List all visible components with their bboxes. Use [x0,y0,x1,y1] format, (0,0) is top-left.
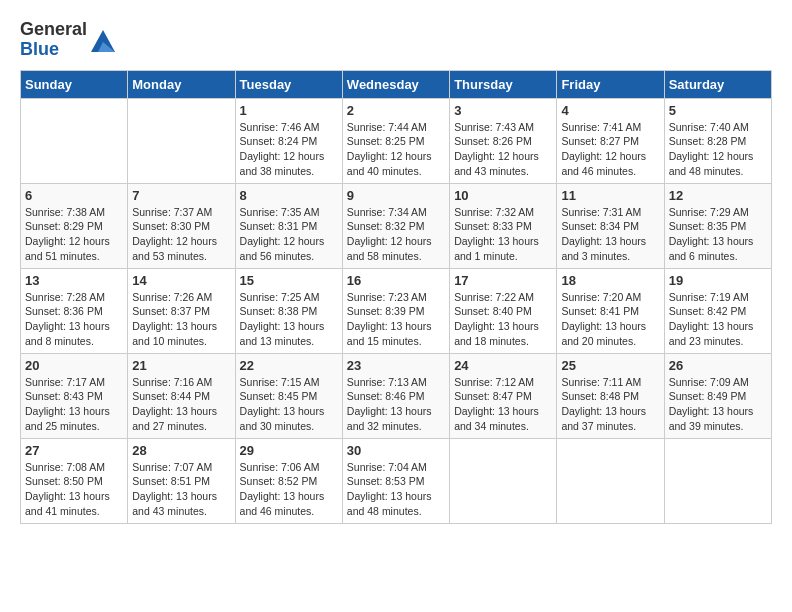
day-header-wednesday: Wednesday [342,70,449,98]
logo-triangle-icon [89,26,117,54]
calendar-cell: 16 Sunrise: 7:23 AM Sunset: 8:39 PM Dayl… [342,268,449,353]
calendar-cell: 24 Sunrise: 7:12 AM Sunset: 8:47 PM Dayl… [450,353,557,438]
sunrise-text: Sunrise: 7:09 AM [669,375,767,390]
sunrise-text: Sunrise: 7:07 AM [132,460,230,475]
calendar-week-row: 1 Sunrise: 7:46 AM Sunset: 8:24 PM Dayli… [21,98,772,183]
sunrise-text: Sunrise: 7:16 AM [132,375,230,390]
calendar-cell: 21 Sunrise: 7:16 AM Sunset: 8:44 PM Dayl… [128,353,235,438]
sunrise-text: Sunrise: 7:12 AM [454,375,552,390]
calendar-week-row: 20 Sunrise: 7:17 AM Sunset: 8:43 PM Dayl… [21,353,772,438]
day-number: 28 [132,443,230,458]
sunset-text: Sunset: 8:30 PM [132,219,230,234]
sunset-text: Sunset: 8:40 PM [454,304,552,319]
sunrise-text: Sunrise: 7:06 AM [240,460,338,475]
sunset-text: Sunset: 8:49 PM [669,389,767,404]
calendar-cell: 26 Sunrise: 7:09 AM Sunset: 8:49 PM Dayl… [664,353,771,438]
calendar-cell: 3 Sunrise: 7:43 AM Sunset: 8:26 PM Dayli… [450,98,557,183]
sunrise-text: Sunrise: 7:17 AM [25,375,123,390]
calendar-cell [450,438,557,523]
daylight-text: Daylight: 12 hours and 38 minutes. [240,149,338,178]
sunset-text: Sunset: 8:53 PM [347,474,445,489]
page-header: General Blue [20,20,772,60]
sunset-text: Sunset: 8:31 PM [240,219,338,234]
calendar-cell: 14 Sunrise: 7:26 AM Sunset: 8:37 PM Dayl… [128,268,235,353]
sunrise-text: Sunrise: 7:34 AM [347,205,445,220]
sunrise-text: Sunrise: 7:46 AM [240,120,338,135]
cell-info: Sunrise: 7:46 AM Sunset: 8:24 PM Dayligh… [240,120,338,179]
sunset-text: Sunset: 8:39 PM [347,304,445,319]
sunset-text: Sunset: 8:36 PM [25,304,123,319]
sunset-text: Sunset: 8:42 PM [669,304,767,319]
day-number: 10 [454,188,552,203]
calendar-cell [21,98,128,183]
daylight-text: Daylight: 13 hours and 41 minutes. [25,489,123,518]
cell-info: Sunrise: 7:08 AM Sunset: 8:50 PM Dayligh… [25,460,123,519]
calendar-cell: 25 Sunrise: 7:11 AM Sunset: 8:48 PM Dayl… [557,353,664,438]
calendar-cell: 9 Sunrise: 7:34 AM Sunset: 8:32 PM Dayli… [342,183,449,268]
calendar-cell: 6 Sunrise: 7:38 AM Sunset: 8:29 PM Dayli… [21,183,128,268]
cell-info: Sunrise: 7:40 AM Sunset: 8:28 PM Dayligh… [669,120,767,179]
sunset-text: Sunset: 8:26 PM [454,134,552,149]
day-number: 5 [669,103,767,118]
sunrise-text: Sunrise: 7:26 AM [132,290,230,305]
sunrise-text: Sunrise: 7:31 AM [561,205,659,220]
logo-blue-text: Blue [20,39,59,59]
calendar-cell: 22 Sunrise: 7:15 AM Sunset: 8:45 PM Dayl… [235,353,342,438]
daylight-text: Daylight: 12 hours and 43 minutes. [454,149,552,178]
day-number: 17 [454,273,552,288]
cell-info: Sunrise: 7:15 AM Sunset: 8:45 PM Dayligh… [240,375,338,434]
daylight-text: Daylight: 13 hours and 23 minutes. [669,319,767,348]
daylight-text: Daylight: 13 hours and 32 minutes. [347,404,445,433]
cell-info: Sunrise: 7:29 AM Sunset: 8:35 PM Dayligh… [669,205,767,264]
daylight-text: Daylight: 13 hours and 1 minute. [454,234,552,263]
sunrise-text: Sunrise: 7:20 AM [561,290,659,305]
sunrise-text: Sunrise: 7:28 AM [25,290,123,305]
sunset-text: Sunset: 8:44 PM [132,389,230,404]
daylight-text: Daylight: 13 hours and 18 minutes. [454,319,552,348]
cell-info: Sunrise: 7:20 AM Sunset: 8:41 PM Dayligh… [561,290,659,349]
daylight-text: Daylight: 12 hours and 51 minutes. [25,234,123,263]
calendar-cell: 19 Sunrise: 7:19 AM Sunset: 8:42 PM Dayl… [664,268,771,353]
cell-info: Sunrise: 7:25 AM Sunset: 8:38 PM Dayligh… [240,290,338,349]
cell-info: Sunrise: 7:41 AM Sunset: 8:27 PM Dayligh… [561,120,659,179]
calendar-cell [128,98,235,183]
day-number: 3 [454,103,552,118]
sunset-text: Sunset: 8:45 PM [240,389,338,404]
daylight-text: Daylight: 13 hours and 30 minutes. [240,404,338,433]
sunrise-text: Sunrise: 7:41 AM [561,120,659,135]
calendar-cell: 2 Sunrise: 7:44 AM Sunset: 8:25 PM Dayli… [342,98,449,183]
calendar-cell: 27 Sunrise: 7:08 AM Sunset: 8:50 PM Dayl… [21,438,128,523]
logo-general-text: General [20,19,87,39]
sunset-text: Sunset: 8:37 PM [132,304,230,319]
sunrise-text: Sunrise: 7:15 AM [240,375,338,390]
day-number: 24 [454,358,552,373]
day-number: 15 [240,273,338,288]
sunrise-text: Sunrise: 7:38 AM [25,205,123,220]
sunset-text: Sunset: 8:24 PM [240,134,338,149]
day-header-thursday: Thursday [450,70,557,98]
sunset-text: Sunset: 8:41 PM [561,304,659,319]
sunrise-text: Sunrise: 7:43 AM [454,120,552,135]
sunrise-text: Sunrise: 7:11 AM [561,375,659,390]
cell-info: Sunrise: 7:31 AM Sunset: 8:34 PM Dayligh… [561,205,659,264]
day-number: 4 [561,103,659,118]
cell-info: Sunrise: 7:34 AM Sunset: 8:32 PM Dayligh… [347,205,445,264]
daylight-text: Daylight: 13 hours and 20 minutes. [561,319,659,348]
daylight-text: Daylight: 12 hours and 58 minutes. [347,234,445,263]
calendar-cell: 29 Sunrise: 7:06 AM Sunset: 8:52 PM Dayl… [235,438,342,523]
cell-info: Sunrise: 7:44 AM Sunset: 8:25 PM Dayligh… [347,120,445,179]
cell-info: Sunrise: 7:19 AM Sunset: 8:42 PM Dayligh… [669,290,767,349]
day-number: 18 [561,273,659,288]
day-number: 26 [669,358,767,373]
day-number: 27 [25,443,123,458]
cell-info: Sunrise: 7:35 AM Sunset: 8:31 PM Dayligh… [240,205,338,264]
daylight-text: Daylight: 13 hours and 10 minutes. [132,319,230,348]
daylight-text: Daylight: 13 hours and 6 minutes. [669,234,767,263]
calendar-cell: 20 Sunrise: 7:17 AM Sunset: 8:43 PM Dayl… [21,353,128,438]
calendar-week-row: 6 Sunrise: 7:38 AM Sunset: 8:29 PM Dayli… [21,183,772,268]
calendar-week-row: 13 Sunrise: 7:28 AM Sunset: 8:36 PM Dayl… [21,268,772,353]
sunrise-text: Sunrise: 7:04 AM [347,460,445,475]
day-number: 23 [347,358,445,373]
calendar-cell [664,438,771,523]
calendar-cell: 10 Sunrise: 7:32 AM Sunset: 8:33 PM Dayl… [450,183,557,268]
